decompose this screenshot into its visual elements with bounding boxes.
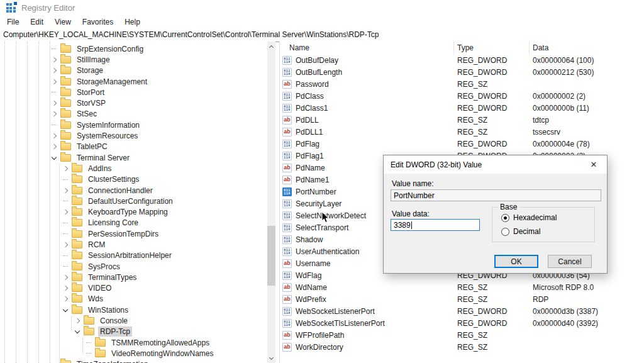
tree-item-srpextensionconfig[interactable]: SrpExtensionConfig [0,43,267,54]
value-row-outbufdelay[interactable]: 011110OutBufDelayREG_DWORD0x00000064 (10… [280,54,644,66]
value-row-wfprofilepath[interactable]: abWFProfilePathREG_SZ [280,329,644,341]
tree-connector [84,349,93,358]
tree-item-video[interactable]: VIDEO [0,283,267,294]
chevron-down-icon[interactable] [50,154,58,162]
value-data-input[interactable]: 3389 [391,219,480,231]
chevron-right-icon[interactable] [50,55,58,64]
tree-item-rdp-tcp[interactable]: RDP-Tcp [0,327,267,337]
tree-item-winstations[interactable]: WinStations [0,304,267,315]
tree-item-tsmmremotingallowedapps[interactable]: TSMMRemotingAllowedApps [0,337,267,348]
scrollbar-thumb[interactable] [267,226,275,286]
column-header-data[interactable]: Data [530,42,644,54]
dword-value-icon: 011110 [282,92,292,101]
tree-item-tabletpc[interactable]: TabletPC [0,142,267,152]
folder-icon [60,67,71,74]
value-row-pdclass[interactable]: 011110PdClassREG_DWORD0x00000002 (2) [280,90,644,102]
folder-icon [72,230,82,238]
folder-icon [72,252,82,259]
chevron-right-icon[interactable] [50,142,58,151]
tree-item-terminal-server[interactable]: Terminal Server [0,152,267,163]
value-type: REG_DWORD [454,104,530,113]
radio-button-icon[interactable] [501,228,509,236]
chevron-right-icon[interactable] [73,316,82,325]
tree-item-terminaltypes[interactable]: TerminalTypes [0,272,267,282]
chevron-right-icon[interactable] [61,273,70,282]
tree-item-rcm[interactable]: RCM [0,239,267,250]
radio-hexadecimal[interactable]: Hexadecimal [501,213,557,222]
tree-item-label: ConnectionHandler [86,186,155,196]
tree-item-storport[interactable]: StorPort [0,87,267,98]
value-row-pdflag[interactable]: 011110PdFlagREG_DWORD0x0000004e (78) [280,138,644,150]
tree-item-sysprocs[interactable]: SysProcs [0,261,267,272]
tree-item-timezoneinformation[interactable]: TimeZoneInformation [0,359,267,363]
column-header-name[interactable]: Name [280,42,454,54]
value-row-pddll1[interactable]: abPdDLL1REG_SZtssecsrv [280,126,644,138]
tree-item-videoremotingwindownames[interactable]: VideoRemotingWindowNames [0,348,267,359]
value-row-wdname[interactable]: abWdNameREG_SZMicrosoft RDP 8.0 [280,281,644,293]
folder-icon [60,360,71,363]
value-data: 0x00000212 (530) [530,68,644,77]
tree-item-stillimage[interactable]: StillImage [0,54,267,65]
chevron-right-icon[interactable] [61,164,70,173]
column-header-type[interactable]: Type [454,42,530,54]
chevron-right-icon[interactable] [50,66,58,75]
scroll-up-arrow-icon[interactable] [267,42,275,51]
tree-connector [50,360,58,363]
tree-item-storvsp[interactable]: StorVSP [0,98,267,108]
value-row-password[interactable]: abPasswordREG_SZ [280,78,644,90]
value-row-workdirectory[interactable]: abWorkDirectoryREG_SZ [280,341,644,353]
tree-connector [50,45,58,53]
menu-edit[interactable]: Edit [25,18,49,26]
tree-item-clustersettings[interactable]: ClusterSettings [0,174,267,185]
tree-item-addins[interactable]: AddIns [0,163,267,174]
value-name-input[interactable]: PortNumber [391,189,601,201]
chevron-right-icon[interactable] [50,99,58,108]
tree-scrollbar[interactable] [267,42,275,363]
address-bar[interactable]: Computer\HKEY_LOCAL_MACHINE\SYSTEM\Curre… [0,29,644,42]
menu-file[interactable]: File [1,18,25,26]
chevron-right-icon[interactable] [61,294,70,303]
chevron-right-icon[interactable] [61,186,70,195]
menu-help[interactable]: Help [119,18,146,26]
tree-item-keyboardtype-mapping[interactable]: KeyboardType Mapping [0,206,267,217]
chevron-down-icon[interactable] [73,327,82,336]
tree-connector [61,175,70,184]
ok-button[interactable]: OK [494,255,538,268]
scroll-down-arrow-icon[interactable] [267,354,275,362]
string-value-icon: ab [282,176,292,184]
tree-item-systemresources[interactable]: SystemResources [0,130,267,141]
close-icon[interactable]: ✕ [580,155,607,174]
tree-item-storage[interactable]: Storage [0,65,267,76]
chevron-right-icon[interactable] [61,208,70,216]
tree-item-console[interactable]: Console [0,315,267,326]
tree-item-persessiontempdirs[interactable]: PerSessionTempDirs [0,228,267,239]
tree-connector [61,251,70,260]
radio-button-icon[interactable] [501,214,509,222]
tree-item-defaultuserconfiguration[interactable]: DefaultUserConfiguration [0,196,267,206]
chevron-right-icon[interactable] [50,77,58,86]
value-row-outbuflength[interactable]: 011110OutBufLengthREG_DWORD0x00000212 (5… [280,66,644,78]
value-row-pddll[interactable]: abPdDLLREG_SZtdtcp [280,114,644,126]
tree-item-licensing-core[interactable]: Licensing Core [0,218,267,228]
chevron-right-icon[interactable] [61,284,70,293]
tree-item-storagemanagement[interactable]: StorageManagement [0,76,267,87]
value-row-websockettlslistenerport[interactable]: 011110WebSocketTlsListenerPortREG_DWORD0… [280,317,644,329]
chevron-right-icon[interactable] [50,131,58,140]
radio-decimal[interactable]: Decimal [501,227,540,236]
tree-item-systeminformation[interactable]: SystemInformation [0,120,267,130]
value-row-pdclass1[interactable]: 011110PdClass1REG_DWORD0x0000000b (11) [280,102,644,114]
chevron-down-icon[interactable] [61,306,70,315]
tree-item-sessionarbitrationhelper[interactable]: SessionArbitrationHelper [0,250,267,261]
value-name: PdName1 [296,176,329,184]
chevron-right-icon[interactable] [61,240,70,249]
tree-item-label: ClusterSettings [86,174,141,184]
menu-view[interactable]: View [49,18,77,26]
tree-item-wds[interactable]: Wds [0,294,267,304]
menu-favorites[interactable]: Favorites [77,18,119,26]
value-row-wdprefix[interactable]: abWdPrefixREG_SZRDP [280,293,644,305]
cancel-button[interactable]: Cancel [548,255,592,268]
value-row-websocketlistenerport[interactable]: 011110WebSocketListenerPortREG_DWORD0x00… [280,305,644,317]
tree-item-connectionhandler[interactable]: ConnectionHandler [0,185,267,196]
chevron-right-icon[interactable] [50,109,58,118]
tree-item-stsec[interactable]: StSec [0,109,267,120]
